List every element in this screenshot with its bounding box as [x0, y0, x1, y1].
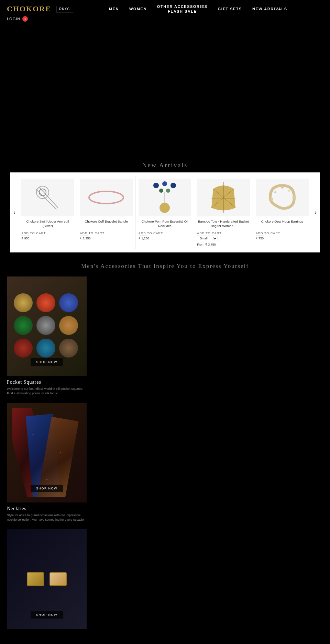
svg-point-19: [292, 196, 295, 199]
header-top: CHOKORE RKXC MEN WOMEN OTHER ACCESSORIES…: [7, 4, 323, 14]
product-image-swirl-arm-cuff: [21, 179, 74, 216]
nav-gift-sets[interactable]: GIFT SETS: [218, 7, 242, 11]
product-divider: [256, 236, 264, 236]
carousel-arrow-right[interactable]: ›: [311, 204, 320, 221]
shop-now-cufflinks[interactable]: SHOP NOW: [31, 611, 63, 619]
svg-point-9: [166, 189, 170, 193]
category-name-pocket-squares: Pocket Squares: [7, 380, 87, 385]
product-name-bamboo-tote: Bamboo Tote - Handcrafted Basket Bag for…: [197, 219, 250, 229]
new-arrivals-title: New Arrivals: [0, 156, 330, 172]
product-price-cuff-bracelet: ₹ 2,250: [80, 237, 132, 240]
nav-women[interactable]: WOMEN: [129, 7, 147, 11]
add-to-cart-pom-pom-necklace[interactable]: ADD TO CART: [139, 231, 191, 235]
product-card-cuff-bracelet: Chokore Cuff Bracelet Bangle ADD TO CART…: [77, 176, 135, 249]
product-card-swirl-arm-cuff: Chokore Swirl Upper Arm cuff (Silver) AD…: [19, 176, 77, 249]
add-to-cart-swirl-arm-cuff[interactable]: ADD TO CART: [21, 231, 74, 235]
product-name-pom-pom-necklace: Chokore Pom Pom Essential Oil Necklace: [139, 219, 191, 229]
svg-point-2: [36, 186, 49, 199]
add-to-cart-opal-hoop-earrings[interactable]: ADD TO CART: [256, 231, 309, 235]
product-divider: [21, 236, 30, 236]
category-desc-pocket-squares: Welcome to our boundless world of silk p…: [7, 387, 87, 396]
category-card-pocket-squares: SHOP NOW Pocket Squares Welcome to our b…: [7, 276, 87, 396]
add-to-cart-bamboo-tote[interactable]: ADD TO CART: [197, 231, 250, 235]
logo[interactable]: CHOKORE: [7, 4, 51, 13]
neckties-image: SHOP NOW: [7, 403, 87, 502]
carousel-arrow-left[interactable]: ‹: [10, 204, 19, 221]
svg-point-5: [153, 183, 159, 188]
pocket-squares-image: SHOP NOW: [7, 276, 87, 376]
category-name-neckties: Neckties: [7, 506, 87, 511]
category-desc-neckties: Style for office to grand occasions with…: [7, 513, 87, 522]
nav-new-arrivals[interactable]: NEW ARRIVALS: [252, 7, 287, 11]
svg-point-8: [159, 189, 163, 193]
product-image-opal-hoop-earrings: [256, 179, 309, 216]
svg-point-3: [39, 189, 46, 196]
shop-now-neckties[interactable]: SHOP NOW: [31, 485, 63, 492]
product-grid: Chokore Swirl Upper Arm cuff (Silver) AD…: [10, 176, 320, 249]
product-name-cuff-bracelet: Chokore Cuff Bracelet Bangle: [80, 219, 132, 229]
product-card-pom-pom-necklace: Chokore Pom Pom Essential Oil Necklace A…: [136, 176, 194, 249]
cart-badge[interactable]: 1: [22, 16, 28, 22]
svg-point-10: [160, 203, 170, 213]
product-name-opal-hoop-earrings: Chokore Opal Hoop Earrings: [256, 219, 309, 229]
product-price-opal-hoop-earrings: ₹ 750: [256, 237, 309, 240]
svg-point-4: [89, 191, 123, 204]
product-price-bamboo-tote: From ₹ 3,750: [197, 243, 250, 246]
svg-point-7: [170, 183, 176, 188]
rkxc-button[interactable]: RKXC: [56, 6, 73, 12]
size-select-bamboo-tote[interactable]: Small Medium Large: [197, 236, 218, 241]
svg-point-18: [288, 190, 290, 192]
category-card-cufflinks: SHOP NOW: [7, 529, 87, 629]
product-divider: [197, 242, 205, 242]
product-image-cuff-bracelet: [80, 179, 132, 216]
hero-banner: [0, 22, 330, 156]
header: CHOKORE RKXC MEN WOMEN OTHER ACCESSORIES…: [0, 0, 330, 22]
product-card-bamboo-tote: Bamboo Tote - Handcrafted Basket Bag for…: [194, 176, 253, 249]
product-carousel: ‹ Chokore Swirl Upper Arm cuff (Silver) …: [10, 172, 320, 252]
product-name-swirl-arm-cuff: Chokore Swirl Upper Arm cuff (Silver): [21, 219, 74, 229]
category-card-neckties: SHOP NOW Neckties Style for office to gr…: [7, 403, 87, 522]
shop-now-pocket-squares[interactable]: SHOP NOW: [31, 358, 63, 366]
product-price-swirl-arm-cuff: ₹ 950: [21, 237, 74, 240]
product-divider: [80, 236, 88, 236]
product-price-pom-pom-necklace: ₹ 1,250: [139, 237, 191, 240]
product-image-bamboo-tote: [197, 179, 250, 216]
svg-point-16: [274, 191, 276, 193]
mens-section-title: Men's Accessories That Inspire You to Ex…: [7, 263, 323, 270]
cufflinks-image: SHOP NOW: [7, 529, 87, 629]
add-to-cart-cuff-bracelet[interactable]: ADD TO CART: [80, 231, 132, 235]
product-image-pom-pom-necklace: [139, 179, 191, 216]
nav-other-accessories[interactable]: OTHER ACCESSORIES FLASH SALE: [157, 4, 208, 14]
login-area: LOGIN 1: [7, 16, 323, 22]
product-divider: [139, 236, 147, 236]
mens-section: Men's Accessories That Inspire You to Ex…: [0, 252, 330, 643]
svg-point-6: [162, 181, 167, 186]
main-nav: MEN WOMEN OTHER ACCESSORIES FLASH SALE G…: [73, 4, 323, 14]
nav-men[interactable]: MEN: [109, 7, 119, 11]
login-link[interactable]: LOGIN: [7, 17, 20, 21]
svg-point-17: [281, 186, 284, 189]
product-card-opal-hoop-earrings: Chokore Opal Hoop Earrings ADD TO CART ₹…: [253, 176, 311, 249]
svg-point-15: [271, 198, 273, 201]
